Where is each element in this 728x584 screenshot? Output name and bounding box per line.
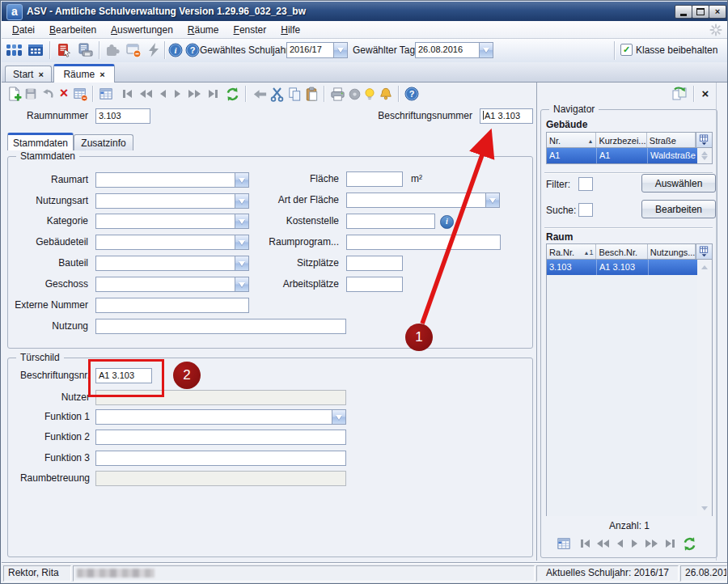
info-button[interactable]: i	[167, 42, 184, 58]
tab-stammdaten[interactable]: Stammdaten	[7, 133, 74, 150]
raum-col-ranr[interactable]: Ra.Nr.▲1	[547, 244, 596, 259]
hints-button[interactable]	[362, 86, 378, 102]
externe-nummer-field[interactable]	[95, 298, 249, 313]
last-record-button[interactable]	[205, 86, 221, 102]
geschoss-dropdown-button[interactable]	[235, 277, 248, 291]
menu-fenster[interactable]: Fenster	[226, 23, 274, 37]
refresh-button[interactable]	[224, 86, 240, 102]
arbeitsplaetze-field[interactable]	[346, 277, 403, 292]
funktion1-dropdown-button[interactable]	[332, 410, 345, 424]
copy-button[interactable]	[286, 86, 303, 102]
remove-from-table-button[interactable]	[72, 86, 88, 102]
fast-backward-button[interactable]	[137, 86, 154, 102]
nutzungsart-dropdown-button[interactable]	[235, 194, 248, 208]
schuljahr-select[interactable]: 2016/17	[286, 42, 348, 58]
gebaeude-row-selected[interactable]: A1 A1 Waldstraße	[547, 148, 697, 163]
auswaehlen-button[interactable]: Auswählen	[641, 174, 716, 193]
raum-col-nutzungs[interactable]: Nutzungs...	[648, 244, 696, 259]
module-students-button[interactable]	[5, 41, 24, 59]
sitzplaetze-field[interactable]	[346, 256, 403, 271]
navigator-prev-button[interactable]	[613, 535, 626, 552]
notifications-button[interactable]	[378, 86, 394, 102]
menu-auswertungen[interactable]: Auswertungen	[104, 23, 180, 37]
print-list-button[interactable]	[75, 41, 95, 59]
navigator-first-button[interactable]	[577, 535, 593, 552]
switch-view-button[interactable]	[671, 85, 688, 103]
print-button[interactable]	[329, 86, 345, 102]
art-der-flaeche-select[interactable]	[346, 193, 500, 208]
navigator-refresh-button[interactable]	[681, 535, 697, 552]
funktion1-select[interactable]	[95, 409, 346, 425]
geschoss-select[interactable]	[95, 277, 249, 292]
raum-row-selected[interactable]: 3.103 A1 3.103	[547, 260, 697, 275]
tab-start[interactable]: Start×	[5, 66, 52, 83]
close-window-module-button[interactable]	[124, 41, 143, 59]
preview-button-disabled[interactable]	[346, 86, 362, 102]
suche-field[interactable]	[578, 203, 593, 217]
kategorie-dropdown-button[interactable]	[235, 214, 248, 228]
back-button-disabled[interactable]	[252, 86, 268, 102]
navigator-table-view-button[interactable]	[556, 535, 572, 552]
save-button-disabled[interactable]	[23, 86, 39, 102]
fast-forward-button[interactable]	[185, 86, 203, 102]
goto-table-button[interactable]	[98, 86, 114, 102]
gebaeudeteil-dropdown-button[interactable]	[235, 235, 248, 249]
tag-dropdown-button[interactable]	[479, 43, 493, 57]
paste-button[interactable]	[303, 86, 320, 102]
tab-raeume[interactable]: Räume×	[53, 64, 115, 83]
tab-zusatzinfo[interactable]: Zusatzinfo	[74, 134, 133, 150]
menu-hilfe[interactable]: Hilfe	[273, 23, 307, 37]
kostenstelle-info-icon[interactable]: i	[440, 215, 454, 229]
help-button[interactable]: ?	[184, 42, 201, 58]
raumart-dropdown-button[interactable]	[235, 173, 248, 187]
close-button[interactable]: ×	[709, 5, 726, 19]
navigator-next-button[interactable]	[628, 535, 641, 552]
raumart-select[interactable]	[95, 172, 249, 188]
art-der-flaeche-dropdown-button[interactable]	[485, 193, 499, 207]
bauteil-dropdown-button[interactable]	[235, 256, 248, 270]
beschriftungsnummer-field[interactable]: A1 3.103	[480, 108, 533, 124]
cut-button[interactable]	[269, 86, 286, 102]
bearbeiten-button[interactable]: Bearbeiten	[641, 200, 716, 218]
funktion3-field[interactable]	[95, 451, 346, 466]
delete-record-button[interactable]: ×	[56, 85, 72, 101]
navigator-fast-forward-button[interactable]	[642, 535, 660, 552]
raum-col-beschnr[interactable]: Besch.Nr.	[596, 244, 647, 259]
tab-raeume-close-icon[interactable]: ×	[99, 70, 104, 79]
nutzung-field[interactable]	[95, 319, 346, 334]
report-book-button[interactable]	[54, 41, 74, 59]
raum-scrollbar[interactable]	[697, 260, 712, 516]
quick-action-button-disabled[interactable]	[145, 41, 163, 59]
funktion2-field[interactable]	[95, 430, 346, 445]
gebaeude-col-strasse[interactable]: Straße	[647, 133, 696, 147]
gebaeudeteil-select[interactable]	[95, 235, 249, 250]
schuljahr-dropdown-button[interactable]	[333, 43, 347, 57]
bauteil-select[interactable]	[95, 256, 249, 271]
menu-bearbeiten[interactable]: Bearbeiten	[42, 23, 104, 37]
menu-raeume[interactable]: Räume	[180, 23, 226, 37]
raum-column-config-button[interactable]	[696, 244, 712, 259]
raumnummer-field[interactable]: 3.103	[95, 108, 150, 124]
module-building-button[interactable]	[26, 41, 45, 59]
menu-datei[interactable]: Datei	[5, 23, 42, 37]
filter-field[interactable]	[578, 177, 593, 191]
gebaeude-column-config-button[interactable]	[696, 133, 712, 147]
kategorie-select[interactable]	[95, 214, 249, 229]
maximize-button[interactable]	[692, 5, 709, 19]
plugin-button-disabled[interactable]	[103, 41, 122, 59]
minimize-button[interactable]	[675, 5, 692, 19]
next-record-button[interactable]	[171, 86, 184, 102]
navigator-fast-back-button[interactable]	[594, 535, 612, 552]
raumprogramm-field[interactable]	[346, 235, 501, 250]
new-record-button[interactable]	[6, 86, 22, 102]
klasse-beibehalten-checkbox[interactable]: ✓	[620, 44, 633, 56]
kostenstelle-field[interactable]	[346, 214, 435, 229]
close-view-button[interactable]: ×	[698, 86, 713, 100]
gebaeude-scrollbar[interactable]	[697, 148, 712, 163]
tab-start-close-icon[interactable]: ×	[38, 70, 43, 79]
tag-select[interactable]: 26.08.2016	[415, 42, 493, 58]
undo-button-disabled[interactable]	[40, 86, 56, 102]
first-record-button[interactable]	[119, 86, 135, 102]
previous-record-button[interactable]	[156, 86, 169, 102]
gebaeude-col-kurzbez[interactable]: Kurzbezei...	[596, 133, 646, 147]
